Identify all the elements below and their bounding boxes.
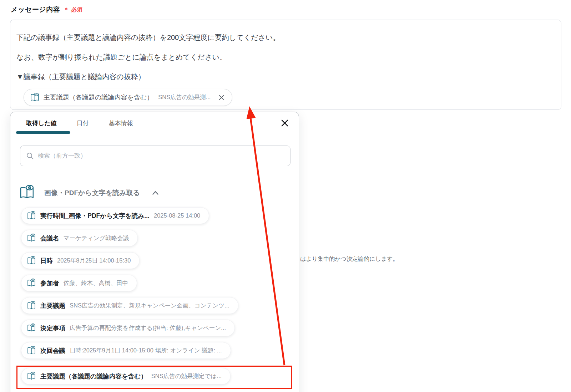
book-eye-icon	[19, 184, 35, 201]
search-box[interactable]	[20, 146, 290, 166]
field-label-row: メッセージ内容 ＊ 必須	[11, 5, 82, 14]
page: メッセージ内容 ＊ 必須 下記の議事録（主要議題と議論内容の抜粋）を200文字程…	[0, 0, 571, 392]
book-eye-icon	[27, 324, 36, 333]
list-item-main-topics-detailed[interactable]: 主要議題（各議題の議論内容を含む） SNS広告の効果測定では...	[21, 368, 231, 385]
chip-remove-icon[interactable]	[218, 94, 225, 101]
required-badge: ＊ 必須	[64, 6, 82, 13]
background-description-text: はより集中的かつ決定論的にします。	[300, 255, 398, 263]
chevron-up-icon[interactable]	[152, 190, 159, 195]
retrieved-values-list: 実行時間_画像・PDFから文字を読み... 2025-08-25 14:00 会…	[21, 207, 296, 390]
header-divider	[10, 134, 299, 134]
book-eye-icon	[27, 211, 36, 220]
tab-basic-info[interactable]: 基本情報	[109, 119, 133, 127]
book-eye-icon	[27, 279, 36, 288]
message-line: なお、数字が割り振られた議題ごとに論点をまとめてください。	[16, 52, 547, 62]
retrieved-values-popup: 取得した値 日付 基本情報 画像・PDFから文字を読み取る	[10, 112, 299, 392]
list-item-decisions[interactable]: 決定事項 広告予算の再配分案を作成する(担当: 佐藤),キャンペーン...	[21, 320, 235, 336]
message-line: 下記の議事録（主要議題と議論内容の抜粋）を200文字程度に要約してください。	[16, 32, 547, 43]
inserted-value-chip[interactable]: 主要議題（各議題の議論内容を含む） SNS広告の効果測...	[24, 89, 232, 106]
list-item-exec-time[interactable]: 実行時間_画像・PDFから文字を読み... 2025-08-25 14:00	[21, 207, 209, 224]
tab-date[interactable]: 日付	[77, 119, 89, 127]
popup-close-button[interactable]	[280, 118, 289, 128]
book-eye-icon	[27, 372, 36, 381]
book-eye-icon	[27, 234, 36, 243]
inserted-chip-label: 主要議題（各議題の議論内容を含む）	[44, 93, 153, 102]
message-line: ▼議事録（主要議題と議論内容の抜粋）	[16, 71, 547, 82]
active-tab-underline	[16, 131, 70, 134]
section-ocr-step[interactable]: 画像・PDFから文字を読み取る	[19, 184, 159, 201]
list-item-datetime[interactable]: 日時 2025年8月25日 14:00-15:30	[21, 252, 140, 269]
book-eye-icon	[27, 256, 36, 265]
book-eye-icon	[30, 93, 40, 102]
field-label: メッセージ内容	[11, 5, 60, 14]
popup-tab-bar: 取得した値 日付 基本情報	[10, 112, 299, 134]
list-item-participants[interactable]: 参加者 佐藤、鈴木、高橋、田中	[21, 275, 137, 291]
list-item-main-topics[interactable]: 主要議題 SNS広告の効果測定、新規キャンペーン企画、コンテンツ...	[21, 297, 238, 314]
message-content-field[interactable]: 下記の議事録（主要議題と議論内容の抜粋）を200文字程度に要約してください。 な…	[10, 20, 561, 110]
list-item-meeting-name[interactable]: 会議名 マーケティング戦略会議	[21, 230, 138, 246]
list-item-next-meeting[interactable]: 次回会議 日時:2025年9月1日 14:00-15:00 場所: オンライン …	[21, 342, 231, 359]
tab-retrieved-values[interactable]: 取得した値	[26, 119, 57, 127]
search-input[interactable]	[38, 152, 284, 159]
book-eye-icon	[27, 301, 36, 310]
book-eye-icon	[27, 346, 36, 355]
section-title: 画像・PDFから文字を読み取る	[44, 188, 140, 198]
search-icon	[26, 152, 34, 160]
inserted-chip-value: SNS広告の効果測...	[158, 93, 211, 101]
